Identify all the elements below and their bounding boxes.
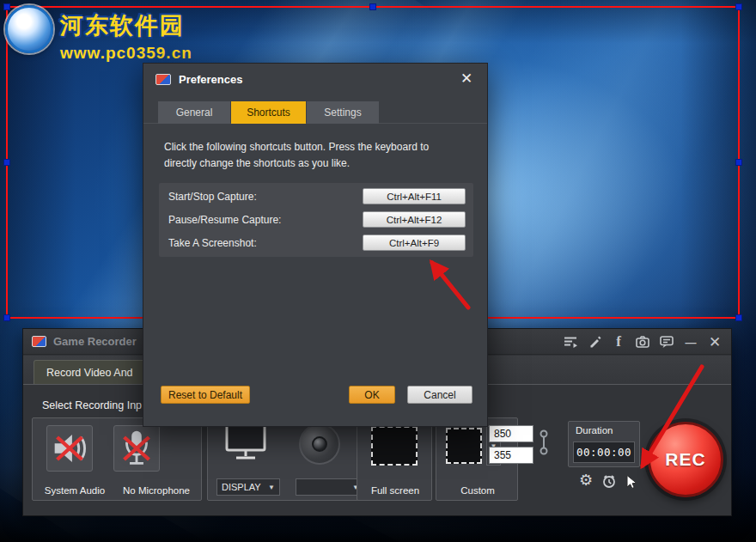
site-watermark: 河东软件园 www.pc0359.cn [5, 5, 192, 63]
fullscreen-label: Full screen [357, 485, 433, 496]
selection-handle-middle-left[interactable] [3, 159, 10, 166]
duration-label: Duration [576, 425, 613, 435]
pen-icon[interactable] [587, 334, 602, 350]
shortcuts-description: Click the following shortcuts button. Pr… [164, 139, 473, 171]
selection-handle-bottom-left[interactable] [3, 314, 10, 321]
selection-handle-top-right[interactable] [735, 3, 742, 10]
system-audio-button[interactable] [46, 425, 93, 472]
desktop: 河东软件园 www.pc0359.cn Game Recorder f [0, 0, 756, 542]
fullscreen-panel: Full screen [357, 417, 432, 501]
pause-resume-capture-label: Pause/Resume Capture: [168, 214, 281, 226]
rec-button[interactable]: REC [648, 422, 723, 497]
region-width-input[interactable] [489, 425, 533, 442]
close-button[interactable]: ✕ [707, 334, 722, 350]
shortcut-row: Pause/Resume Capture: Ctrl+Alt+F12 [159, 208, 473, 232]
fullscreen-region-icon[interactable] [371, 426, 418, 466]
facebook-icon[interactable]: f [611, 334, 626, 350]
shortcut-row: Take A Screenshot: Ctrl+Alt+F9 [159, 231, 473, 255]
shortcuts-panel: Start/Stop Capture: Ctrl+Alt+F11 Pause/R… [159, 183, 473, 257]
recorder-app-icon [32, 336, 46, 347]
recorder-window-title: Game Recorder [53, 335, 137, 348]
display-dropdown[interactable]: DISPLAY ▼ [216, 478, 280, 496]
link-dimensions-icon[interactable] [539, 429, 549, 456]
take-screenshot-key-button[interactable]: Ctrl+Alt+F9 [363, 234, 466, 251]
video-list-icon[interactable] [563, 334, 578, 350]
tab-shortcuts[interactable]: Shortcuts [231, 101, 306, 124]
preferences-titlebar[interactable]: Preferences ✕ [143, 64, 487, 94]
microphone-label: No Microphone [107, 485, 206, 496]
preferences-tab-bar: General Shortcuts Settings [143, 101, 487, 124]
preferences-dialog: Preferences ✕ General Shortcuts Settings… [143, 63, 488, 427]
mouse-cursor-icon[interactable] [622, 472, 641, 491]
start-stop-capture-label: Start/Stop Capture: [168, 191, 257, 203]
display-dropdown-value: DISPLAY [222, 482, 261, 492]
tab-settings[interactable]: Settings [307, 101, 379, 124]
watermark-title: 河东软件园 [60, 10, 192, 41]
selection-handle-middle-right[interactable] [735, 159, 742, 166]
reset-to-default-button[interactable]: Reset to Default [161, 386, 250, 404]
camera-icon[interactable] [635, 334, 650, 350]
chevron-down-icon: ▼ [268, 484, 275, 491]
display-source-panel: DISPLAY ▼ ▼ [207, 417, 375, 501]
feedback-icon[interactable] [659, 334, 674, 350]
camera-dropdown[interactable]: ▼ [296, 478, 364, 496]
microphone-muted-icon [114, 426, 159, 471]
ok-button[interactable]: OK [349, 386, 395, 404]
select-recording-input-label: Select Recording Inp [42, 399, 142, 411]
take-screenshot-label: Take A Screenshot: [168, 237, 257, 249]
shortcuts-description-line2: directly change the shortcuts as you lik… [164, 155, 473, 172]
site-logo-icon [5, 5, 53, 53]
preferences-close-button[interactable]: ✕ [458, 70, 475, 87]
duration-value: 00:00:00 [573, 442, 635, 463]
audio-input-panel: System Audio No Microphone [32, 417, 202, 501]
selection-handle-top-middle[interactable] [369, 3, 376, 10]
shortcuts-description-line1: Click the following shortcuts button. Pr… [164, 139, 473, 155]
speaker-muted-icon [47, 426, 92, 471]
start-stop-capture-key-button[interactable]: Ctrl+Alt+F11 [363, 188, 466, 204]
microphone-button[interactable] [113, 425, 160, 472]
minimize-button[interactable]: — [683, 334, 698, 350]
cancel-button[interactable]: Cancel [407, 386, 472, 404]
preferences-title: Preferences [179, 73, 242, 86]
pause-resume-capture-key-button[interactable]: Ctrl+Alt+F12 [363, 211, 466, 228]
custom-label: Custom [436, 485, 519, 496]
webcam-lens [312, 436, 327, 452]
webcam-icon[interactable] [299, 423, 340, 465]
custom-region-icon[interactable] [446, 428, 482, 464]
watermark-url: www.pc0359.cn [60, 44, 192, 63]
preferences-app-icon [155, 74, 171, 85]
settings-gear-icon[interactable]: ⚙ [576, 471, 595, 490]
tab-general[interactable]: General [158, 101, 230, 124]
timer-alarm-icon[interactable] [600, 472, 619, 490]
region-height-input[interactable] [489, 447, 533, 464]
shortcut-row: Start/Stop Capture: Ctrl+Alt+F11 [159, 185, 473, 209]
selection-handle-bottom-right[interactable] [735, 314, 742, 321]
duration-panel: Duration 00:00:00 [568, 421, 640, 467]
